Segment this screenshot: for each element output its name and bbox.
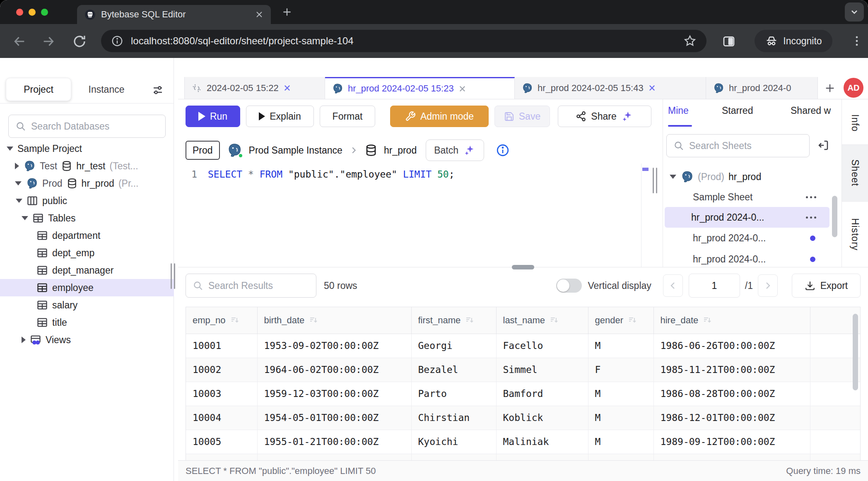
table-scrollbar[interactable] (853, 314, 858, 390)
tab-sheet[interactable]: Sheet (842, 145, 868, 202)
bookmark-star-icon[interactable] (683, 34, 697, 48)
caret-down-icon[interactable] (22, 216, 28, 220)
sheets-tab-starred[interactable]: Starred (722, 105, 753, 116)
sheet-item[interactable]: hr_prod 2024-0... (663, 248, 841, 267)
share-button[interactable]: Share (558, 106, 651, 127)
close-tab-icon[interactable] (255, 10, 263, 19)
browser-menu-icon[interactable] (850, 34, 864, 48)
sheet-tab-1[interactable]: 2024-02-05 15:22 (184, 77, 325, 99)
column-header-emp-no[interactable]: emp_no (186, 307, 257, 334)
close-icon[interactable] (283, 84, 291, 92)
sheet-tab-4[interactable]: hr_prod 2024-0 (706, 77, 818, 99)
database-search-input[interactable] (31, 121, 159, 132)
tree-item-table-title[interactable]: title (0, 314, 174, 331)
tree-item-hr-prod[interactable]: Prod hr_prod (Pr... (0, 175, 174, 192)
sql-editor[interactable]: 1SELECT * FROM "public"."employee" LIMIT… (178, 169, 455, 180)
instance-name[interactable]: Prod Sample Instance (249, 145, 342, 156)
column-header-first-name[interactable]: first_name (411, 307, 496, 334)
minimize-window-button[interactable] (29, 9, 36, 16)
sort-icon[interactable] (309, 315, 318, 325)
tree-item-views-group[interactable]: Views (0, 331, 174, 349)
sheet-search[interactable] (666, 134, 810, 157)
editor-panel-resize-handle[interactable] (653, 168, 657, 193)
close-icon[interactable] (458, 85, 466, 93)
sheets-tab-mine[interactable]: Mine (668, 105, 689, 116)
sheet-item[interactable]: Sample Sheet (663, 187, 841, 207)
back-icon[interactable] (12, 34, 27, 48)
sheet-group-hr-prod[interactable]: (Prod) hr_prod (663, 166, 841, 187)
sidebar-tab-project[interactable]: Project (6, 78, 71, 101)
results-search-input[interactable] (208, 280, 309, 291)
sort-icon[interactable] (465, 315, 475, 325)
sheet-search-input[interactable] (689, 140, 803, 152)
url-bar[interactable]: localhost:8080/sql-editor/sheet/project-… (101, 30, 706, 52)
more-icon[interactable] (806, 196, 816, 198)
close-window-button[interactable] (16, 9, 23, 16)
save-button[interactable]: Save (494, 106, 550, 127)
sheet-list-scrollbar[interactable] (832, 196, 837, 237)
sort-icon[interactable] (627, 315, 637, 325)
database-name[interactable]: hr_prod (384, 145, 417, 156)
filter-sliders-icon[interactable] (152, 84, 164, 96)
browser-tab[interactable]: Bytebase SQL Editor (77, 5, 271, 24)
results-search[interactable] (186, 274, 316, 298)
editor-overview-ruler[interactable] (641, 164, 649, 267)
tab-search-chevron-icon[interactable] (845, 2, 864, 22)
column-header-birth-date[interactable]: birth_date (257, 307, 411, 334)
caret-down-icon[interactable] (15, 181, 22, 185)
sidebar-tab-instance[interactable]: Instance (75, 78, 137, 101)
export-button[interactable]: Export (792, 274, 861, 298)
new-tab-icon[interactable] (282, 7, 292, 17)
avatar[interactable]: AD (844, 78, 863, 98)
info-circle-icon[interactable] (496, 143, 510, 157)
tab-history[interactable]: History (842, 202, 868, 267)
forward-icon[interactable] (41, 34, 55, 48)
database-search[interactable] (8, 115, 166, 138)
maximize-window-button[interactable] (41, 9, 48, 16)
tree-item-table-department[interactable]: department (0, 227, 174, 244)
caret-down-icon[interactable] (16, 199, 22, 203)
column-header-gender[interactable]: gender (588, 307, 653, 334)
column-header-last-name[interactable]: last_name (496, 307, 588, 334)
sheets-tab-shared[interactable]: Shared w (791, 105, 831, 116)
sidebar-resize-handle[interactable] (171, 263, 175, 289)
results-resize-handle[interactable] (512, 265, 534, 269)
sort-icon[interactable] (702, 315, 712, 325)
tree-item-tables-group[interactable]: Tables (0, 209, 174, 227)
sheet-tab-3[interactable]: hr_prod 2024-02-05 15:43 (515, 77, 706, 99)
tree-item-project[interactable]: Sample Project (0, 140, 174, 157)
tree-item-table-salary[interactable]: salary (0, 296, 174, 314)
caret-right-icon[interactable] (22, 337, 26, 343)
run-button[interactable]: Run (186, 106, 240, 127)
format-button[interactable]: Format (320, 106, 375, 127)
tree-item-schema-public[interactable]: public (0, 192, 174, 209)
tree-item-table-dept-manager[interactable]: dept_manager (0, 262, 174, 279)
tree-item-table-dept-emp[interactable]: dept_emp (0, 244, 174, 262)
sheet-item-selected[interactable]: hr_prod 2024-0... (665, 207, 829, 228)
tab-info[interactable]: Info (842, 101, 868, 145)
prev-page-button[interactable] (663, 274, 683, 297)
collapse-panel-icon[interactable] (817, 139, 829, 152)
next-page-button[interactable] (758, 274, 778, 297)
caret-right-icon[interactable] (15, 163, 19, 169)
reload-icon[interactable] (72, 34, 87, 49)
more-icon[interactable] (806, 216, 816, 219)
batch-button[interactable]: Batch (426, 139, 484, 161)
site-info-icon[interactable] (111, 35, 123, 47)
tree-item-table-employee[interactable]: employee (0, 279, 174, 296)
vertical-display-toggle[interactable] (556, 279, 582, 293)
sort-icon[interactable] (230, 315, 240, 325)
side-panel-icon[interactable] (722, 35, 735, 48)
admin-mode-button[interactable]: Admin mode (390, 106, 489, 127)
caret-down-icon[interactable] (670, 175, 676, 179)
page-number-input[interactable] (689, 274, 740, 298)
add-sheet-icon[interactable] (824, 82, 836, 94)
sheet-item[interactable]: hr_prod 2024-0... (663, 228, 841, 248)
close-icon[interactable] (648, 84, 656, 92)
tree-item-hr-test[interactable]: Test hr_test (Test... (0, 157, 174, 175)
caret-down-icon[interactable] (7, 147, 13, 151)
sort-icon[interactable] (549, 315, 559, 325)
explain-button[interactable]: Explain (246, 106, 314, 127)
column-header-hire-date[interactable]: hire_date (653, 307, 810, 334)
sheet-tab-2-active[interactable]: hr_prod 2024-02-05 15:23 (325, 77, 515, 99)
